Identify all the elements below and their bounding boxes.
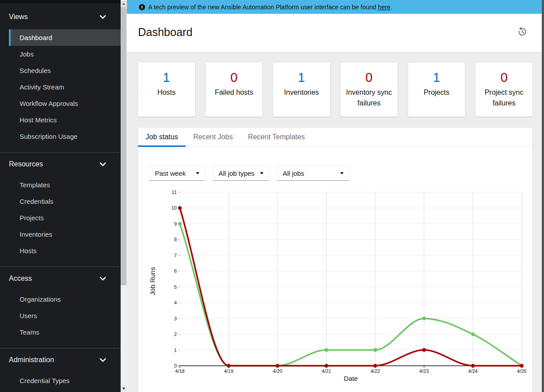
scrollbar-down-button[interactable] xyxy=(121,385,126,391)
summary-card-label: Hosts xyxy=(138,87,195,98)
refresh-history-button[interactable] xyxy=(516,26,528,38)
nav-section-label: Access xyxy=(9,275,32,283)
nav-list: DashboardJobsSchedulesActivity StreamWor… xyxy=(0,29,121,145)
data-point-red-4-25[interactable] xyxy=(520,364,524,368)
banner-text: A tech preview of the new Ansible Automa… xyxy=(148,4,376,11)
sidebar-item-schedules[interactable]: Schedules xyxy=(9,62,121,79)
y-tick-label: 4 xyxy=(174,300,177,305)
nav-section-access: AccessOrganizationsUsersTeams xyxy=(0,267,121,348)
chevron-down-icon xyxy=(100,358,106,362)
sidebar-item-users[interactable]: Users xyxy=(9,307,121,324)
window-edge xyxy=(542,0,544,392)
awx-dashboard-window: ViewsDashboardJobsSchedulesActivity Stre… xyxy=(0,0,544,392)
sidebar-item-organizations[interactable]: Organizations xyxy=(9,291,121,307)
filter-select-all-job-types[interactable]: All job types xyxy=(213,166,269,181)
select-value: Past week xyxy=(155,170,186,177)
data-point-red-4-18[interactable] xyxy=(178,206,182,210)
y-tick-label: 7 xyxy=(174,253,177,258)
scrollbar-thumb[interactable] xyxy=(121,7,126,285)
sidebar-item-workflow-approvals[interactable]: Workflow Approvals xyxy=(9,95,121,112)
x-tick-label: 4/23 xyxy=(419,368,429,374)
y-tick-label: 0 xyxy=(174,363,177,368)
tab-recent-jobs[interactable]: Recent Jobs xyxy=(186,128,240,146)
x-tick-label: 4/18 xyxy=(175,368,184,374)
x-tick-label: 4/19 xyxy=(224,368,233,374)
data-point-red-4-23[interactable] xyxy=(422,348,426,352)
data-point-red-4-19[interactable] xyxy=(227,364,231,368)
nav-section-views: ViewsDashboardJobsSchedulesActivity Stre… xyxy=(0,0,121,152)
y-tick-label: 11 xyxy=(172,190,177,195)
summary-card-inventories[interactable]: 1Inventories xyxy=(273,63,330,117)
nav-section-label: Administration xyxy=(9,356,54,364)
summary-card-value: 0 xyxy=(475,70,532,85)
summary-card-label: Inventories xyxy=(273,87,330,98)
summary-card-inventory-sync-failures[interactable]: 0Inventory sync failures xyxy=(341,63,398,117)
nav-section-header-resources[interactable]: Resources xyxy=(0,160,121,169)
summary-card-projects[interactable]: 1Projects xyxy=(408,63,465,117)
nav-section-resources: ResourcesTemplatesCredentialsProjectsInv… xyxy=(0,152,121,267)
filter-toolbar: Past weekAll job typesAll jobs xyxy=(149,166,349,181)
data-point-red-4-21[interactable] xyxy=(325,364,328,368)
y-tick-label: 9 xyxy=(174,221,177,226)
page-title: Dashboard xyxy=(138,26,192,39)
tab-job-status[interactable]: Job status xyxy=(138,128,186,146)
data-point-red-4-20[interactable] xyxy=(276,364,279,368)
sidebar-item-host-metrics[interactable]: Host Metrics xyxy=(9,112,121,128)
sidebar-item-credential-types[interactable]: Credential Types xyxy=(9,372,121,389)
y-axis-label: Job Runs xyxy=(149,267,156,295)
summary-card-value: 1 xyxy=(408,70,465,85)
select-value: All jobs xyxy=(283,170,304,177)
job-status-panel: Job statusRecent JobsRecent Templates Pa… xyxy=(138,128,532,392)
y-tick-label: 10 xyxy=(171,205,177,210)
sidebar-item-activity-stream[interactable]: Activity Stream xyxy=(9,79,121,95)
summary-card-failed-hosts[interactable]: 0Failed hosts xyxy=(206,63,263,117)
tab-bar: Job statusRecent JobsRecent Templates xyxy=(138,128,532,147)
data-point-red-4-22[interactable] xyxy=(373,364,377,368)
sidebar-item-jobs[interactable]: Jobs xyxy=(9,46,121,62)
x-tick-label: 4/22 xyxy=(370,368,380,374)
filter-select-all-jobs[interactable]: All jobs xyxy=(277,166,349,181)
summary-card-label: Project sync failures xyxy=(475,87,532,109)
data-point-green-4-24[interactable] xyxy=(471,332,475,336)
chevron-down-icon xyxy=(100,162,106,166)
nav-section-header-administration[interactable]: Administration xyxy=(0,356,121,364)
sidebar-item-teams[interactable]: Teams xyxy=(9,324,121,340)
summary-card-label: Failed hosts xyxy=(206,87,263,98)
summary-card-value: 0 xyxy=(206,70,263,85)
sidebar-item-projects[interactable]: Projects xyxy=(9,210,121,226)
y-tick-label: 2 xyxy=(174,331,177,337)
nav-list: TemplatesCredentialsProjectsInventoriesH… xyxy=(0,177,121,259)
summary-card-label: Inventory sync failures xyxy=(341,87,398,109)
sidebar-item-templates[interactable]: Templates xyxy=(9,177,121,193)
data-point-green-4-23[interactable] xyxy=(422,316,426,320)
sidebar-item-hosts[interactable]: Hosts xyxy=(9,242,121,259)
nav-section-header-views[interactable]: Views xyxy=(0,12,121,21)
nav-section-label: Resources xyxy=(9,160,43,168)
summary-card-project-sync-failures[interactable]: 0Project sync failures xyxy=(475,63,532,117)
data-point-green-4-18[interactable] xyxy=(178,222,182,226)
x-tick-label: 4/24 xyxy=(468,368,478,374)
sidebar-item-inventories[interactable]: Inventories xyxy=(9,226,121,242)
banner-here-link[interactable]: here xyxy=(378,4,390,11)
chevron-down-icon xyxy=(100,15,106,19)
data-point-red-4-24[interactable] xyxy=(471,364,475,368)
sidebar-item-subscription-usage[interactable]: Subscription Usage xyxy=(9,128,121,145)
caret-down-icon xyxy=(340,172,344,176)
page-header: Dashboard xyxy=(127,14,542,52)
line-chart-svg: 012345678910114/184/194/204/214/224/234/… xyxy=(138,187,532,389)
data-point-green-4-22[interactable] xyxy=(373,348,377,352)
caret-down-icon xyxy=(196,172,199,176)
data-point-green-4-21[interactable] xyxy=(325,348,328,352)
y-tick-label: 8 xyxy=(174,237,177,242)
nav-list: OrganizationsUsersTeams xyxy=(0,291,121,340)
nav-section-header-access[interactable]: Access xyxy=(0,274,121,283)
summary-card-hosts[interactable]: 1Hosts xyxy=(138,63,195,117)
sidebar-item-dashboard[interactable]: Dashboard xyxy=(9,29,121,46)
y-tick-label: 5 xyxy=(174,284,177,290)
sidebar-scrollbar[interactable] xyxy=(121,0,126,392)
scrollbar-up-button[interactable] xyxy=(121,1,126,7)
tab-recent-templates[interactable]: Recent Templates xyxy=(240,128,313,146)
filter-select-past-week[interactable]: Past week xyxy=(149,166,205,181)
sidebar-item-credentials[interactable]: Credentials xyxy=(9,193,121,210)
x-axis-label: Date xyxy=(344,375,358,382)
